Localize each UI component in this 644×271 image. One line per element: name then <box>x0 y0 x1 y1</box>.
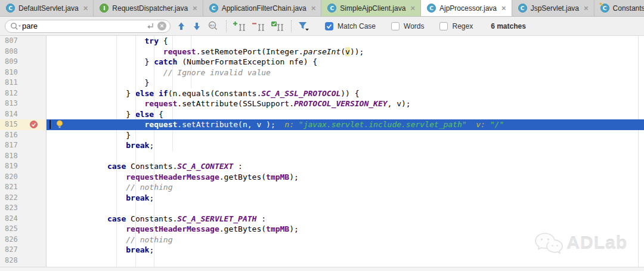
tab-applicationfilterchain-java[interactable]: CApplicationFilterChain.java× <box>203 0 322 16</box>
line-number[interactable]: 828 <box>0 255 46 266</box>
line-number[interactable]: 825 <box>0 224 46 235</box>
line-number[interactable]: 817 <box>0 140 46 151</box>
clear-search-icon[interactable]: × <box>157 21 166 30</box>
interface-icon: I <box>100 4 109 13</box>
code-line[interactable]: } <box>47 78 644 88</box>
code-line[interactable]: break; <box>47 193 644 204</box>
line-number[interactable]: 827 <box>0 245 46 255</box>
line-number[interactable]: 815 <box>0 119 46 130</box>
find-all-button[interactable]: ALL <box>208 21 219 31</box>
select-all-occurrences-button[interactable] <box>271 21 284 31</box>
line-number[interactable]: 822 <box>0 193 46 204</box>
code-line[interactable]: break; <box>47 140 644 151</box>
code-line[interactable]: } else { <box>47 109 644 120</box>
line-number[interactable]: 820 <box>0 172 46 183</box>
intention-lightbulb-icon[interactable] <box>56 120 63 129</box>
code-token: catch <box>154 57 177 66</box>
close-tab-icon[interactable]: × <box>193 4 197 13</box>
tab-simpleajpclient-java[interactable]: CSimpleAjpClient.java× <box>321 0 421 16</box>
tab-constants-java[interactable]: CConstants.java× <box>595 0 644 16</box>
code-token: } <box>51 110 135 119</box>
code-token <box>51 141 126 150</box>
filter-button[interactable] <box>298 21 309 32</box>
add-selection-icon <box>233 21 246 31</box>
line-number[interactable]: 826 <box>0 235 46 245</box>
code-line[interactable]: try { <box>47 36 644 47</box>
code-token <box>51 99 145 108</box>
search-input[interactable] <box>22 21 146 30</box>
class-icon: C <box>6 4 15 13</box>
close-tab-icon[interactable]: × <box>83 4 88 13</box>
line-number[interactable]: 813 <box>0 98 46 109</box>
code-line[interactable]: } catch (NumberFormatException nfe) { <box>47 57 644 67</box>
line-number[interactable]: 823 <box>0 203 46 214</box>
close-tab-icon[interactable]: × <box>311 4 316 13</box>
code-token: .getBytes( <box>219 224 266 233</box>
code-token: // Ignore invalid value <box>163 68 271 77</box>
code-line[interactable]: request.setRemotePort(Integer.parseInt(v… <box>47 47 644 57</box>
code-editor[interactable]: 8078088098108118128138148158168178188198… <box>0 36 644 271</box>
line-number[interactable]: 809 <box>0 57 46 67</box>
editor-gutter[interactable]: 8078088098108118128138148158168178188198… <box>0 36 47 271</box>
code-line[interactable]: case Constants.SC_A_SERVLET_PATH : <box>47 214 644 224</box>
code-line[interactable] <box>47 203 644 214</box>
code-line[interactable]: requestHeaderMessage.getBytes(tmpMB); <box>47 172 644 183</box>
code-token: requestHeaderMessage <box>126 224 219 233</box>
line-number[interactable]: 808 <box>0 47 46 57</box>
code-line[interactable]: } <box>47 130 644 141</box>
close-tab-icon[interactable]: × <box>501 4 506 13</box>
line-number[interactable]: 811 <box>0 78 46 88</box>
match-case-label: Match Case <box>338 22 376 30</box>
class-icon: C <box>327 4 336 13</box>
code-token: (NumberFormatException nfe) { <box>177 57 317 66</box>
code-line[interactable]: // Ignore invalid value <box>47 67 644 78</box>
toolbar-separator <box>291 20 292 32</box>
code-line[interactable] <box>47 255 644 266</box>
code-token: break <box>126 245 149 254</box>
previous-occurrence-button[interactable] <box>177 21 186 31</box>
add-selection-button[interactable] <box>233 21 246 31</box>
arrow-up-icon <box>177 21 186 31</box>
code-line[interactable]: // nothing <box>47 182 644 193</box>
search-field[interactable]: × <box>5 20 171 33</box>
code-token: ( <box>340 47 345 56</box>
line-number[interactable]: 814 <box>0 109 46 120</box>
line-number[interactable]: 818 <box>0 151 46 162</box>
line-number[interactable]: 816 <box>0 130 46 141</box>
current-execution-line[interactable]: request.setAttribute(n, v ); n: "javax.s… <box>47 119 644 130</box>
words-checkbox[interactable] <box>391 22 400 30</box>
close-tab-icon[interactable]: × <box>584 4 589 13</box>
filter-icon <box>298 21 309 32</box>
code-token <box>51 162 107 171</box>
class-icon: C <box>600 4 609 13</box>
next-occurrence-button[interactable] <box>192 21 202 31</box>
code-token: requestHeaderMessage <box>126 173 219 181</box>
code-token: request <box>145 120 178 129</box>
code-line[interactable]: case Constants.SC_A_CONTEXT : <box>47 161 644 172</box>
tab-ajpprocessor-java[interactable]: CAjpProcessor.java× <box>421 0 512 16</box>
line-number[interactable]: 810 <box>0 67 46 78</box>
line-number[interactable]: 807 <box>0 36 46 47</box>
close-tab-icon[interactable]: × <box>410 4 415 13</box>
code-token <box>51 68 163 77</box>
line-number[interactable]: 824 <box>0 214 46 224</box>
match-case-checkbox[interactable] <box>325 22 333 30</box>
tab-requestdispatcher-java[interactable]: IRequestDispatcher.java× <box>94 0 203 16</box>
code-line[interactable]: request.setAttribute(SSLSupport.PROTOCOL… <box>47 98 644 109</box>
regex-option[interactable]: Regex <box>439 22 473 30</box>
tab-jspservlet-java[interactable]: CJspServlet.java× <box>512 0 595 16</box>
match-case-option[interactable]: Match Case <box>325 22 376 30</box>
regex-checkbox[interactable] <box>439 22 448 30</box>
code-line[interactable] <box>47 151 644 162</box>
code-token: .setRemotePort(Integer. <box>196 47 304 56</box>
tab-defaultservlet-java[interactable]: CDefaultServlet.java× <box>0 0 94 16</box>
line-number[interactable]: 812 <box>0 88 46 99</box>
words-option[interactable]: Words <box>391 22 424 30</box>
breakpoint-icon[interactable] <box>30 121 38 128</box>
line-number[interactable]: 819 <box>0 161 46 172</box>
search-icon[interactable] <box>10 22 22 30</box>
code-token <box>51 183 126 192</box>
line-number[interactable]: 821 <box>0 182 46 193</box>
remove-selection-button[interactable] <box>252 21 265 31</box>
code-line[interactable]: } else if(n.equals(Constants.SC_A_SSL_PR… <box>47 88 644 99</box>
